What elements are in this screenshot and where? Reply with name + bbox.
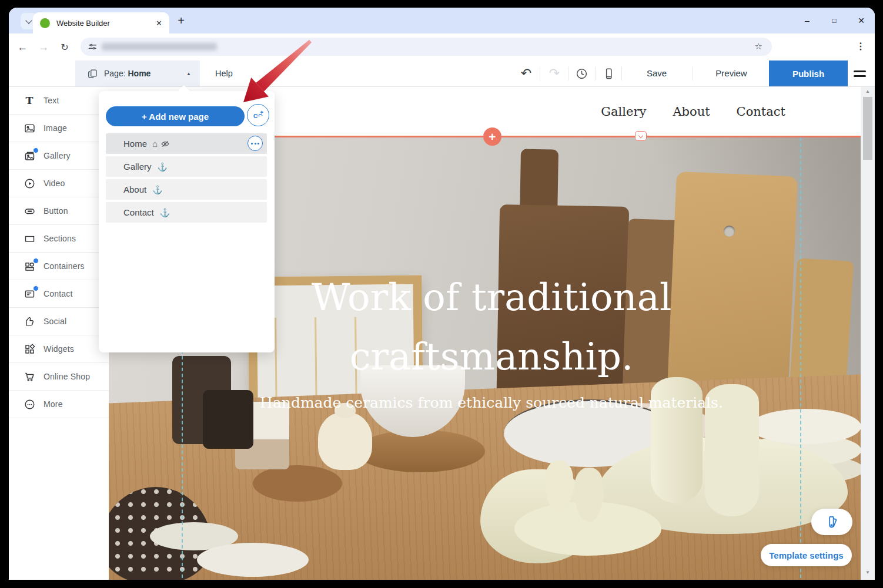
add-link-button[interactable] xyxy=(247,104,269,126)
close-button[interactable]: ✕ xyxy=(848,8,875,33)
sidebar-item-label: Sections xyxy=(44,234,76,243)
page-row-contact[interactable]: Contact ⚓ xyxy=(106,202,267,223)
pages-dropdown-panel: + Add new page Home ⌂ Gallery ⚓ xyxy=(99,91,275,352)
redo-button: ↷ xyxy=(547,61,561,86)
scroll-up-icon[interactable]: ▲ xyxy=(861,89,875,94)
sidebar-item-label: Video xyxy=(44,179,65,188)
notification-dot xyxy=(33,258,39,264)
mobile-view-button[interactable] xyxy=(601,61,616,86)
browser-address-bar: ← → ↻ ☆ ⋮ xyxy=(9,33,875,61)
bookmark-star-icon[interactable]: ☆ xyxy=(755,41,762,52)
page-options-button[interactable] xyxy=(247,136,263,151)
notification-dot xyxy=(33,147,39,153)
forward-button: → xyxy=(35,33,52,61)
sidebar-item-video[interactable]: Video xyxy=(9,170,109,197)
page-row-label: Gallery xyxy=(123,162,152,172)
sidebar-item-contact[interactable]: Contact xyxy=(9,280,109,308)
button-icon xyxy=(23,204,36,217)
toolbar-divider xyxy=(595,66,596,80)
thumbs-up-icon xyxy=(23,315,36,328)
scrollbar-thumb[interactable] xyxy=(863,97,872,160)
page-row-home[interactable]: Home ⌂ xyxy=(106,133,267,154)
sidebar-item-label: Contact xyxy=(44,289,73,298)
page-row-label: Home xyxy=(123,139,147,149)
history-icon xyxy=(575,67,588,80)
browser-menu-icon[interactable]: ⋮ xyxy=(856,41,865,52)
page-row-gallery[interactable]: Gallery ⚓ xyxy=(106,156,267,177)
contact-form-icon xyxy=(23,287,36,300)
window-controls: – □ ✕ xyxy=(794,8,875,33)
sidebar-item-label: Widgets xyxy=(44,344,74,354)
sidebar-item-label: Text xyxy=(44,96,59,105)
browser-window: Website Builder ✕ + – □ ✕ ← → ↻ ☆ xyxy=(9,8,875,580)
containers-icon xyxy=(23,260,36,273)
sidebar-item-image[interactable]: Image xyxy=(9,115,109,142)
toolbar-divider xyxy=(693,66,693,80)
add-new-page-button[interactable]: + Add new page xyxy=(106,106,245,126)
new-tab-button[interactable]: + xyxy=(174,14,188,28)
sidebar-item-label: Online Shop xyxy=(44,372,90,381)
sidebar-item-gallery[interactable]: Gallery xyxy=(9,142,109,170)
tab-close-icon[interactable]: ✕ xyxy=(156,19,162,28)
section-collapse-button[interactable] xyxy=(635,131,647,141)
hero-heading-line1[interactable]: Work of traditional xyxy=(182,268,801,327)
site-settings-icon[interactable] xyxy=(88,42,98,52)
photo-shape xyxy=(724,226,735,237)
maximize-button[interactable]: □ xyxy=(821,8,848,33)
help-button[interactable]: Help xyxy=(215,61,233,86)
add-section-button[interactable]: + xyxy=(483,127,501,146)
canvas-scrollbar[interactable]: ▲ ▼ xyxy=(861,86,875,580)
page-label: Page: xyxy=(104,69,128,78)
anchor-icon: ⚓ xyxy=(160,208,170,217)
scroll-down-icon[interactable]: ▼ xyxy=(861,570,875,575)
mobile-phone-icon xyxy=(602,67,616,80)
builder-toolbar: Page: Home ▲ Help ↶ ↷ Save Previe xyxy=(9,61,875,87)
chevron-down-icon xyxy=(638,133,643,137)
sidebar-item-button[interactable]: Button xyxy=(9,197,109,225)
page-selector[interactable]: Page: Home ▲ xyxy=(75,61,200,86)
gallery-icon xyxy=(23,149,36,162)
builder-workarea: Gallery About Contact + xyxy=(9,86,875,580)
site-nav-contact[interactable]: Contact xyxy=(737,105,785,119)
page-row-label: About xyxy=(123,184,146,194)
hero-text-block[interactable]: Work of traditional craftsmanship. Handm… xyxy=(182,268,801,411)
sidebar-item-widgets[interactable]: Widgets xyxy=(9,335,109,363)
url-input[interactable]: ☆ xyxy=(81,38,772,56)
style-palette-button[interactable] xyxy=(811,509,852,535)
caret-up-icon: ▲ xyxy=(186,71,191,76)
hidden-eye-icon xyxy=(160,139,170,149)
screenshot-stage: Website Builder ✕ + – □ ✕ ← → ↻ ☆ xyxy=(0,0,883,588)
save-button[interactable]: Save xyxy=(633,61,680,86)
preview-button[interactable]: Preview xyxy=(703,61,760,86)
photo-shape xyxy=(253,465,342,502)
history-button[interactable] xyxy=(574,61,588,86)
undo-button[interactable]: ↶ xyxy=(519,61,533,86)
site-nav-gallery[interactable]: Gallery xyxy=(601,105,646,119)
image-icon xyxy=(23,122,36,135)
publish-button[interactable]: Publish xyxy=(769,61,848,86)
hero-heading-line2[interactable]: craftsmanship. xyxy=(182,327,801,387)
pages-icon xyxy=(87,68,98,79)
menu-hamburger-icon[interactable] xyxy=(854,70,866,80)
browser-tab[interactable]: Website Builder ✕ xyxy=(33,12,169,33)
sidebar-item-containers[interactable]: Containers xyxy=(9,253,109,280)
blurred-url-text xyxy=(102,43,217,51)
video-icon xyxy=(23,177,36,190)
template-settings-button[interactable]: Template settings xyxy=(761,544,852,566)
sidebar-item-label: Image xyxy=(44,123,67,133)
site-nav-about[interactable]: About xyxy=(673,105,710,119)
sidebar-item-label: More xyxy=(44,399,63,409)
sidebar-item-online-shop[interactable]: Online Shop xyxy=(9,363,109,391)
minimize-button[interactable]: – xyxy=(794,8,821,33)
sidebar-item-text[interactable]: T Text xyxy=(9,87,109,115)
sidebar-item-more[interactable]: More xyxy=(9,391,109,418)
sidebar-item-social[interactable]: Social xyxy=(9,308,109,335)
page-row-about[interactable]: About ⚓ xyxy=(106,179,267,200)
back-button[interactable]: ← xyxy=(14,33,31,61)
sidebar-item-sections[interactable]: Sections xyxy=(9,225,109,253)
site-favicon xyxy=(40,18,50,28)
reload-button[interactable]: ↻ xyxy=(56,33,73,61)
photo-shape xyxy=(750,409,861,444)
anchor-icon: ⚓ xyxy=(152,185,162,194)
hero-subheading[interactable]: Handmade ceramics from ethically sourced… xyxy=(182,394,801,411)
